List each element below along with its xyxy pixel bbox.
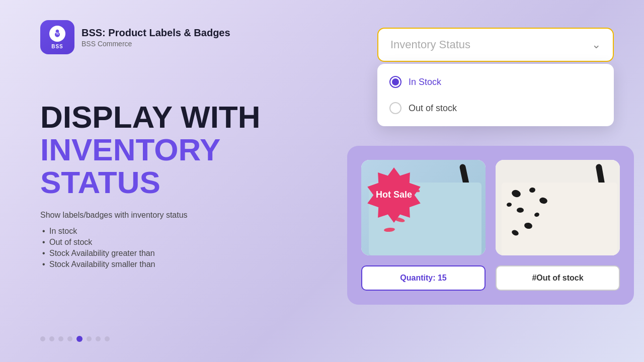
bullet-item: Stock Availability smaller than [40, 259, 261, 270]
radio-inner-checked [392, 78, 399, 85]
product-image-1: Hot Sale [361, 160, 486, 255]
option-in-stock[interactable]: In Stock [377, 69, 614, 95]
spot-6 [524, 222, 533, 230]
product-image-2 [496, 160, 620, 255]
out-stock-label: #Out of stock [532, 274, 583, 283]
badges-row: Quantity: 15 #Out of stock [361, 265, 620, 291]
chevron-down-icon: ⌄ [592, 38, 601, 51]
dot-3[interactable] [58, 336, 63, 341]
svg-text:%: % [56, 31, 59, 35]
dot-2[interactable] [49, 336, 54, 341]
spot-3 [539, 197, 548, 205]
brand-sub: BSS Commerce [82, 40, 230, 48]
dot-5-active[interactable] [76, 336, 83, 342]
hot-sale-badge: Hot Sale [366, 167, 422, 223]
dropdown-wrapper: Inventory Status ⌄ In Stock Out of stock [377, 28, 614, 62]
header: % BSS BSS: Product Labels & Badges BSS C… [40, 20, 230, 54]
spot-2 [529, 187, 536, 193]
option-out-of-stock-label: Out of stock [409, 103, 457, 114]
pagination [40, 336, 110, 342]
spot-8 [511, 229, 520, 237]
dot-6[interactable] [87, 336, 92, 341]
dot-8[interactable] [105, 336, 110, 341]
quantity-badge: Quantity: 15 [361, 265, 486, 291]
title-line2: INVENTORY [40, 133, 261, 166]
radio-out-of-stock[interactable] [389, 102, 401, 114]
right-panel: Inventory Status ⌄ In Stock Out of stock [377, 28, 614, 62]
bag-body-2 [502, 183, 617, 255]
brand-info: BSS: Product Labels & Badges BSS Commerc… [82, 27, 230, 48]
quantity-label: Quantity: 15 [400, 274, 446, 283]
option-out-of-stock[interactable]: Out of stock [377, 95, 614, 121]
products-row: Hot Sale [361, 160, 620, 255]
radio-in-stock[interactable] [389, 76, 401, 88]
inventory-status-dropdown[interactable]: Inventory Status ⌄ [377, 28, 614, 62]
logo-box: % BSS [40, 20, 74, 54]
bullet-item: Out of stock [40, 237, 261, 248]
display-title: DISPLAY WITH INVENTORY STATUS [40, 101, 261, 199]
title-line3: STATUS [40, 166, 261, 199]
description: Show labels/badges with inventory status [40, 209, 261, 222]
bullet-item: In stock [40, 226, 261, 237]
dot-1[interactable] [40, 336, 45, 341]
spot-4 [517, 208, 524, 213]
dropdown-options: In Stock Out of stock [377, 64, 614, 126]
spot-5 [534, 212, 540, 218]
hot-sale-text: Hot Sale [376, 190, 412, 201]
title-line1: DISPLAY WITH [40, 101, 261, 133]
logo-icon: % [49, 26, 65, 42]
star-shape: Hot Sale [366, 167, 422, 223]
logo-label: BSS [51, 44, 63, 49]
bullet-item: Stock Availability greater than [40, 248, 261, 259]
option-in-stock-label: In Stock [409, 77, 441, 87]
spot-1 [511, 189, 522, 198]
left-content: DISPLAY WITH INVENTORY STATUS Show label… [40, 101, 261, 270]
brand-name: BSS: Product Labels & Badges [82, 27, 230, 39]
dot-4[interactable] [67, 336, 72, 341]
spot-7 [507, 203, 512, 207]
dot-7[interactable] [96, 336, 101, 341]
swimmer-5 [384, 227, 395, 232]
dropdown-label: Inventory Status [390, 38, 470, 51]
bullet-list: In stock Out of stock Stock Availability… [40, 226, 261, 270]
product-card-1: Hot Sale [361, 160, 486, 255]
product-showcase: Hot Sale [347, 146, 634, 305]
out-of-stock-badge: #Out of stock [496, 265, 620, 291]
product-card-2 [496, 160, 620, 255]
